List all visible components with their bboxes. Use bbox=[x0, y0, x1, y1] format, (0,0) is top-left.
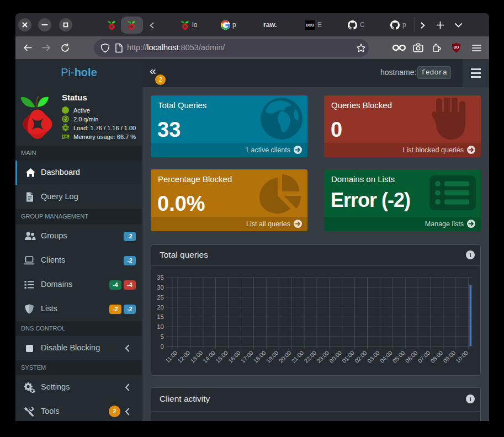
svg-text:0: 0 bbox=[161, 343, 164, 350]
svg-text:12:00: 12:00 bbox=[176, 349, 191, 364]
svg-text:00:00: 00:00 bbox=[328, 349, 343, 364]
svg-text:14:00: 14:00 bbox=[201, 349, 216, 364]
svg-text:07:00: 07:00 bbox=[416, 349, 431, 364]
svg-text:08:00: 08:00 bbox=[429, 349, 444, 364]
svg-text:10: 10 bbox=[157, 323, 164, 330]
svg-text:06:00: 06:00 bbox=[404, 349, 418, 364]
svg-text:19:00: 19:00 bbox=[265, 349, 280, 364]
svg-text:25: 25 bbox=[157, 294, 164, 301]
svg-text:10:00: 10:00 bbox=[454, 349, 469, 364]
svg-text:15: 15 bbox=[157, 313, 164, 320]
svg-text:UO: UO bbox=[454, 45, 459, 49]
svg-text:16:00: 16:00 bbox=[227, 349, 242, 364]
svg-text:05:00: 05:00 bbox=[391, 349, 406, 364]
svg-text:04:00: 04:00 bbox=[379, 349, 394, 364]
svg-text:22:00: 22:00 bbox=[303, 349, 317, 364]
svg-text:02:00: 02:00 bbox=[353, 349, 368, 364]
svg-text:13:00: 13:00 bbox=[189, 349, 204, 364]
svg-text:03:00: 03:00 bbox=[366, 349, 381, 364]
svg-text:17:00: 17:00 bbox=[240, 349, 254, 364]
svg-text:23:00: 23:00 bbox=[315, 349, 330, 364]
svg-text:5: 5 bbox=[161, 333, 164, 340]
svg-text:30: 30 bbox=[157, 284, 164, 291]
svg-text:09:00: 09:00 bbox=[442, 349, 457, 364]
svg-text:35: 35 bbox=[157, 274, 164, 281]
svg-text:01:00: 01:00 bbox=[341, 349, 356, 364]
svg-text:15:00: 15:00 bbox=[214, 349, 229, 364]
svg-text:11:00: 11:00 bbox=[164, 349, 179, 364]
svg-text:21:00: 21:00 bbox=[290, 349, 305, 364]
svg-text:20:00: 20:00 bbox=[277, 349, 292, 364]
svg-text:18:00: 18:00 bbox=[252, 349, 267, 364]
svg-text:20: 20 bbox=[157, 304, 164, 311]
